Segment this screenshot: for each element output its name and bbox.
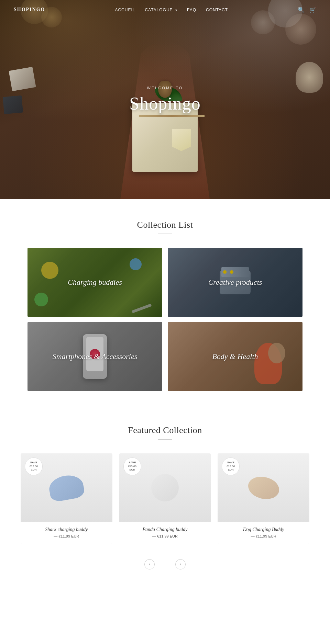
nav-item-contact[interactable]: CONTACT bbox=[206, 7, 228, 13]
hero-welcome-text: WELCOME TO bbox=[129, 86, 200, 90]
product-price-shark: — €11.99 EUR bbox=[26, 534, 107, 538]
collection-label-body: Body & Health bbox=[205, 352, 265, 361]
collection-item-smartphones[interactable]: Smartphones & Accessories bbox=[28, 322, 162, 391]
product-info-dog: Dog Charging Buddy — €11.99 EUR bbox=[218, 522, 309, 544]
section-divider bbox=[158, 234, 172, 234]
product-badge-dog: SAVE €13.00 EUR bbox=[222, 457, 240, 475]
collection-list-title: Collection List bbox=[28, 220, 302, 230]
cart-icon[interactable]: 🛒 bbox=[309, 7, 316, 13]
product-badge-shark: SAVE €13.00 EUR bbox=[25, 457, 43, 475]
product-info-shark: Shark charging buddy — €11.99 EUR bbox=[21, 522, 112, 544]
collection-item-creative[interactable]: Creative products bbox=[168, 248, 302, 317]
nav-item-faq[interactable]: FAQ bbox=[187, 7, 196, 13]
product-price-panda: — €11.99 EUR bbox=[125, 534, 206, 538]
nav-link-accueil[interactable]: ACCUEIL bbox=[115, 8, 135, 12]
pagination-next[interactable]: › bbox=[175, 559, 186, 569]
nav-link-faq[interactable]: FAQ bbox=[187, 8, 196, 12]
product-badge-panda: SAVE €13.00 EUR bbox=[123, 457, 141, 475]
pagination-prev[interactable]: ‹ bbox=[144, 559, 155, 569]
collection-label-creative: Creative products bbox=[201, 278, 269, 287]
nav-link-catalogue[interactable]: CATALOGUE ▾ bbox=[145, 8, 177, 12]
collection-label-smartphones: Smartphones & Accessories bbox=[46, 352, 144, 361]
product-info-panda: Panda Charging buddy — €11.99 EUR bbox=[119, 522, 211, 544]
featured-section: Featured Collection SAVE €13.00 EUR Shar… bbox=[0, 411, 330, 595]
product-name-dog: Dog Charging Buddy bbox=[223, 527, 304, 532]
chevron-down-icon: ▾ bbox=[175, 8, 177, 12]
featured-divider bbox=[158, 439, 172, 440]
collection-grid: Charging buddies Creative products bbox=[28, 248, 302, 391]
featured-title: Featured Collection bbox=[21, 425, 309, 436]
collection-item-charging[interactable]: Charging buddies bbox=[28, 248, 162, 317]
nav-link-contact[interactable]: CONTACT bbox=[206, 8, 228, 12]
nav-item-catalogue[interactable]: CATALOGUE ▾ bbox=[145, 7, 177, 13]
search-icon[interactable]: 🔍 bbox=[298, 7, 305, 13]
product-card-dog[interactable]: SAVE €13.00 EUR Dog Charging Buddy — €11… bbox=[218, 453, 309, 544]
nav-links: ACCUEIL CATALOGUE ▾ FAQ CONTACT bbox=[115, 7, 228, 13]
product-price-dog: — €11.99 EUR bbox=[223, 534, 304, 538]
product-name-panda: Panda Charging buddy bbox=[125, 527, 206, 532]
hero-section: WELCOME TO Shopingo bbox=[0, 0, 330, 199]
product-name-shark: Shark charging buddy bbox=[26, 527, 107, 532]
hero-main-title: Shopingo bbox=[129, 93, 200, 114]
pagination-controls: ‹ › bbox=[21, 554, 309, 575]
hero-text-block: WELCOME TO Shopingo bbox=[129, 86, 200, 114]
navbar: SHOPINGO ACCUEIL CATALOGUE ▾ FAQ CONTACT… bbox=[0, 0, 330, 19]
site-logo[interactable]: SHOPINGO bbox=[14, 7, 45, 12]
collection-item-body[interactable]: Body & Health bbox=[168, 322, 302, 391]
collection-label-charging: Charging buddies bbox=[61, 278, 129, 287]
products-grid: SAVE €13.00 EUR Shark charging buddy — €… bbox=[21, 453, 309, 544]
nav-item-accueil[interactable]: ACCUEIL bbox=[115, 7, 135, 13]
nav-icon-group: 🔍 🛒 bbox=[298, 7, 316, 13]
product-card-shark[interactable]: SAVE €13.00 EUR Shark charging buddy — €… bbox=[21, 453, 112, 544]
collection-list-section: Collection List Charging buddies bbox=[0, 199, 330, 411]
product-card-panda[interactable]: SAVE €13.00 EUR Panda Charging buddy — €… bbox=[119, 453, 211, 544]
